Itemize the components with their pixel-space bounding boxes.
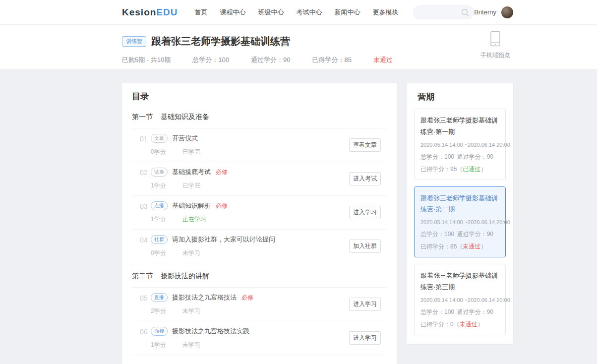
app-logo[interactable]: KesionEDU bbox=[122, 7, 178, 18]
period-date: 2020.05.14 14:00 ~2020.06.14 20:00 bbox=[420, 142, 499, 148]
catalog-item: 06 面授 摄影技法之九宫格技法实践 1学分 未学习 进入学习 bbox=[132, 321, 387, 355]
periods-panel: 营期 跟着张三老师学摄影基础训练营·第一期 2020.05.14 14:00 ~… bbox=[407, 83, 513, 344]
catalog-title: 目录 bbox=[132, 83, 387, 104]
item-credits: 0学分 bbox=[151, 249, 169, 257]
period-earned-suffix: ） bbox=[480, 166, 486, 173]
item-action-button[interactable]: 加入社群 bbox=[349, 240, 381, 253]
item-type-badge: 试卷 bbox=[151, 168, 168, 177]
total-credits: 总学分：100 bbox=[192, 56, 229, 64]
item-number: 03 bbox=[132, 201, 151, 210]
purchase-info: 已购5期 · 共10期 bbox=[122, 56, 171, 64]
search-icon[interactable] bbox=[461, 8, 470, 17]
item-number: 01 bbox=[132, 134, 151, 143]
item-title: 基础知识解析 bbox=[172, 201, 211, 210]
item-action-button[interactable]: 进入学习 bbox=[349, 298, 381, 311]
course-title: 跟着张三老师学摄影基础训练营 bbox=[151, 35, 290, 48]
course-stats: 已购5期 · 共10期 总学分：100 通过学分：90 已得学分：85 未通过 bbox=[122, 56, 513, 64]
item-type-badge: 社群 bbox=[151, 235, 168, 244]
item-number: 05 bbox=[132, 293, 151, 302]
period-card-selected[interactable]: 跟着张三老师学摄影基础训练营·第二期 2020.05.14 14:00 ~202… bbox=[414, 186, 506, 258]
period-date: 2020.05.14 14:00 ~2020.06.14 20:00 bbox=[420, 297, 499, 303]
period-total-credits: 总学分：100 bbox=[420, 230, 454, 239]
catalog-item: 02 试卷 基础摸底考试 必修 1学分 已学完 进入考试 bbox=[132, 162, 387, 196]
nav-item-courses[interactable]: 课程中心 bbox=[217, 6, 248, 18]
period-title: 跟着张三老师学摄影基础训练营·第二期 bbox=[420, 193, 499, 216]
period-card[interactable]: 跟着张三老师学摄影基础训练营·第一期 2020.05.14 14:00 ~202… bbox=[414, 109, 506, 180]
period-total-credits: 总学分：100 bbox=[420, 153, 454, 161]
item-status: 已学完 bbox=[182, 148, 200, 156]
period-earned-credits: 已得学分：0（未通过） bbox=[420, 320, 499, 329]
period-date: 2020.05.14 14:00 ~2020.06.14 20:00 bbox=[420, 219, 499, 225]
period-earned-prefix: 已得学分：85（ bbox=[420, 243, 463, 250]
item-credits: 0学分 bbox=[151, 148, 169, 156]
item-type-badge: 面授 bbox=[151, 327, 168, 336]
nav-item-home[interactable]: 首页 bbox=[191, 6, 210, 18]
item-action-button[interactable]: 进入考试 bbox=[349, 172, 381, 185]
user-area: Briterny bbox=[474, 6, 513, 18]
item-required-tag: 必修 bbox=[241, 294, 253, 302]
avatar[interactable] bbox=[501, 6, 513, 18]
item-status: 未学习 bbox=[182, 341, 200, 349]
section-title: 摄影技法的讲解 bbox=[161, 272, 209, 281]
period-total-credits: 总学分：100 bbox=[420, 308, 454, 316]
nav-item-exams[interactable]: 考试中心 bbox=[293, 6, 325, 18]
course-type-badge: 训练营 bbox=[122, 36, 146, 47]
item-status: 未学习 bbox=[182, 307, 200, 315]
item-number: 06 bbox=[132, 327, 151, 336]
logo-text-kesion: Kesion bbox=[122, 7, 156, 17]
section-header: 第一节 基础知识及准备 bbox=[132, 104, 387, 128]
period-pass-credits: 通过学分：90 bbox=[457, 230, 493, 239]
item-number: 02 bbox=[132, 168, 151, 177]
period-earned-prefix: 已得学分：95（ bbox=[420, 166, 463, 173]
item-type-badge: 直播 bbox=[151, 293, 168, 302]
catalog-item: 03 点播 基础知识解析 必修 1学分 正在学习 进入学习 bbox=[132, 196, 387, 230]
item-title: 请加入摄影社群，大家可以讨论提问 bbox=[172, 235, 275, 244]
item-action-button[interactable]: 进入学习 bbox=[349, 331, 381, 345]
catalog-card: 目录 第一节 基础知识及准备 01 文章 开营仪式 0学分 已学完 查看文章 0… bbox=[122, 83, 397, 364]
nav-item-news[interactable]: 新闻中心 bbox=[331, 6, 363, 18]
username[interactable]: Briterny bbox=[474, 8, 496, 16]
pass-credits: 通过学分：90 bbox=[251, 56, 290, 64]
item-required-tag: 必修 bbox=[216, 202, 228, 210]
phone-icon bbox=[490, 31, 501, 47]
item-credits: 1学分 bbox=[151, 182, 169, 190]
period-card[interactable]: 跟着张三老师学摄影基础训练营·第三期 2020.05.14 14:00 ~202… bbox=[414, 264, 506, 335]
section-header: 第二节 摄影技法的讲解 bbox=[132, 263, 387, 288]
item-title: 摄影技法之九宫格技法实践 bbox=[172, 327, 249, 336]
period-status: 未通过 bbox=[463, 243, 480, 250]
mobile-preview-button[interactable]: 手机端预览 bbox=[478, 31, 513, 60]
catalog-item: 01 文章 开营仪式 0学分 已学完 查看文章 bbox=[132, 128, 387, 162]
course-status: 未通过 bbox=[373, 56, 393, 64]
mobile-preview-label: 手机端预览 bbox=[478, 51, 513, 60]
period-earned-suffix: ） bbox=[480, 243, 486, 250]
item-number: 04 bbox=[132, 235, 151, 244]
top-navbar: KesionEDU 首页 课程中心 班级中心 考试中心 新闻中心 更多模块 Br… bbox=[0, 0, 597, 25]
item-title: 摄影技法之九宫格技法 bbox=[172, 293, 237, 302]
periods-title: 营期 bbox=[418, 91, 506, 103]
nav-item-classes[interactable]: 班级中心 bbox=[255, 6, 287, 18]
item-credits: 1学分 bbox=[151, 341, 169, 349]
item-title: 基础摸底考试 bbox=[172, 168, 211, 177]
item-action-button[interactable]: 查看文章 bbox=[349, 138, 381, 152]
period-title: 跟着张三老师学摄影基础训练营·第一期 bbox=[420, 115, 499, 138]
period-earned-prefix: 已得学分：0（ bbox=[420, 321, 460, 328]
nav-item-more[interactable]: 更多模块 bbox=[369, 6, 401, 18]
catalog-item: 05 直播 摄影技法之九宫格技法 必修 2学分 未学习 进入学习 bbox=[132, 288, 387, 321]
item-status: 已学完 bbox=[182, 182, 200, 190]
catalog-item: 04 社群 请加入摄影社群，大家可以讨论提问 0学分 未学习 加入社群 bbox=[132, 230, 387, 263]
item-status: 未学习 bbox=[182, 249, 200, 257]
item-type-badge: 点播 bbox=[151, 201, 168, 210]
item-type-badge: 文章 bbox=[151, 134, 168, 143]
period-earned-credits: 已得学分：95（已通过） bbox=[420, 165, 499, 174]
logo-text-edu: EDU bbox=[156, 7, 178, 17]
period-status: 已通过 bbox=[463, 166, 480, 173]
item-status: 正在学习 bbox=[182, 215, 206, 224]
item-required-tag: 必修 bbox=[216, 168, 228, 177]
item-action-button[interactable]: 进入学习 bbox=[349, 206, 381, 219]
item-credits: 2学分 bbox=[151, 307, 169, 315]
period-earned-suffix: ） bbox=[478, 321, 483, 328]
main-nav: 首页 课程中心 班级中心 考试中心 新闻中心 更多模块 bbox=[191, 7, 401, 17]
period-pass-credits: 通过学分：90 bbox=[457, 153, 493, 161]
course-header: 训练营 跟着张三老师学摄影基础训练营 已购5期 · 共10期 总学分：100 通… bbox=[0, 25, 597, 70]
section-number: 第二节 bbox=[132, 272, 153, 281]
